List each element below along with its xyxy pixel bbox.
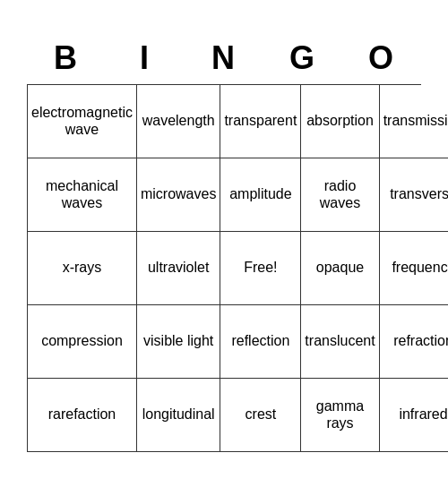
grid-cell: infrared (380, 379, 448, 452)
grid-cell: rarefaction (28, 379, 137, 452)
cell-text: absorption (306, 112, 374, 129)
grid-cell: microwaves (137, 158, 220, 232)
grid-cell: reflection (220, 305, 301, 379)
cell-text: opaque (316, 259, 364, 276)
grid-cell: Free! (220, 232, 301, 305)
grid-cell: visible light (137, 305, 220, 379)
cell-text: transverse (390, 185, 448, 202)
grid-cell: ultraviolet (137, 232, 220, 305)
grid-cell: wavelength (137, 85, 220, 158)
cell-text: refraction (393, 332, 448, 349)
cell-text: rarefaction (48, 406, 116, 423)
grid-cell: amplitude (220, 158, 301, 232)
grid-cell: gamma rays (301, 379, 379, 452)
cell-text: microwaves (141, 185, 216, 202)
bingo-header: BINGO (27, 36, 421, 84)
cell-text: frequency (392, 259, 448, 276)
grid-cell: translucent (301, 305, 379, 379)
cell-text: x-rays (63, 259, 102, 276)
cell-text: ultraviolet (148, 259, 209, 276)
bingo-card: BINGO electromagnetic wavewavelengthtran… (18, 27, 430, 461)
cell-text: radio waves (305, 177, 375, 211)
grid-cell: electromagnetic wave (28, 85, 137, 158)
grid-cell: opaque (301, 232, 379, 305)
cell-text: gamma rays (305, 397, 375, 431)
cell-text: transparent (224, 112, 297, 129)
grid-cell: refraction (380, 305, 448, 379)
grid-cell: absorption (301, 85, 379, 158)
grid-cell: x-rays (28, 232, 137, 305)
cell-text: Free! (244, 259, 277, 276)
header-letter: G (263, 36, 342, 84)
grid-cell: crest (220, 379, 301, 452)
grid-cell: radio waves (301, 158, 379, 232)
cell-text: infrared (399, 406, 447, 423)
grid-cell: frequency (380, 232, 448, 305)
cell-text: visible light (143, 332, 213, 349)
cell-text: electromagnetic wave (31, 104, 133, 138)
grid-cell: transmission (380, 85, 448, 158)
header-letter: B (27, 36, 106, 84)
cell-text: longitudinal (142, 406, 215, 423)
grid-cell: transparent (220, 85, 301, 158)
cell-text: amplitude (229, 185, 291, 202)
cell-text: mechanical waves (31, 177, 133, 211)
cell-text: transmission (383, 112, 448, 129)
grid-cell: mechanical waves (28, 158, 137, 232)
cell-text: translucent (305, 332, 375, 349)
cell-text: crest (246, 406, 277, 423)
header-letter: N (185, 36, 263, 84)
grid-cell: longitudinal (137, 379, 220, 452)
header-letter: I (106, 36, 185, 84)
grid-cell: transverse (380, 158, 448, 232)
grid-cell: compression (28, 305, 137, 379)
cell-text: wavelength (142, 112, 215, 129)
cell-text: compression (41, 332, 123, 349)
cell-text: reflection (231, 332, 289, 349)
header-letter: O (342, 36, 421, 84)
bingo-grid: electromagnetic wavewavelengthtransparen… (27, 84, 421, 452)
